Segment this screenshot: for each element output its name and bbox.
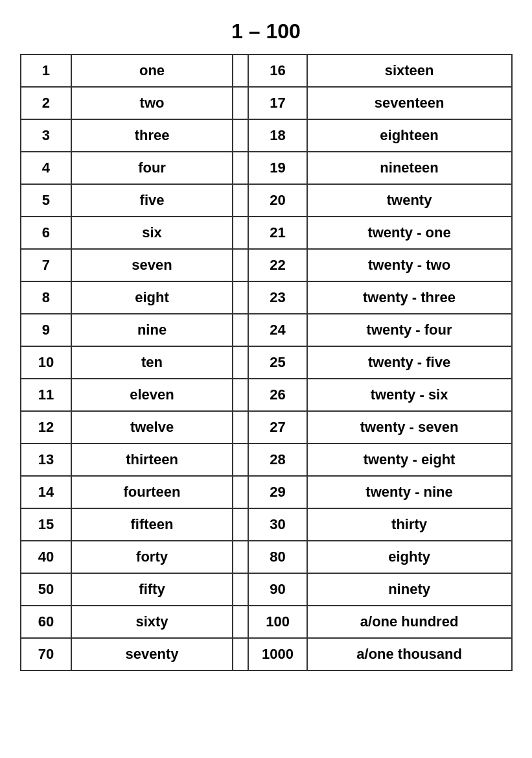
word-left: eleven — [71, 379, 232, 411]
word-left: fifteen — [71, 508, 232, 541]
divider — [233, 346, 249, 379]
number-right: 24 — [248, 314, 306, 346]
number-right: 20 — [248, 184, 306, 217]
number-left: 11 — [21, 379, 72, 411]
table-row: 7seven22twenty - two — [21, 249, 512, 281]
word-right: eighteen — [307, 119, 512, 152]
word-right: seventeen — [307, 87, 512, 119]
word-left: one — [71, 54, 232, 87]
table-row: 3three18eighteen — [21, 119, 512, 152]
word-right: eighty — [307, 541, 512, 573]
table-row: 40forty80eighty — [21, 541, 512, 573]
word-right: twenty - three — [307, 281, 512, 314]
number-right: 27 — [248, 411, 306, 444]
number-left: 15 — [21, 508, 72, 541]
number-left: 60 — [21, 606, 72, 638]
word-right: twenty - two — [307, 249, 512, 281]
table-row: 60sixty100a/one hundred — [21, 606, 512, 638]
divider — [233, 508, 249, 541]
word-right: a/one thousand — [307, 638, 512, 670]
word-right: twenty - five — [307, 346, 512, 379]
table-row: 10ten25twenty - five — [21, 346, 512, 379]
number-left: 5 — [21, 184, 72, 217]
number-left: 2 — [21, 87, 72, 119]
divider — [233, 541, 249, 573]
number-left: 1 — [21, 54, 72, 87]
word-left: fourteen — [71, 476, 232, 508]
number-left: 14 — [21, 476, 72, 508]
word-left: nine — [71, 314, 232, 346]
word-left: seven — [71, 249, 232, 281]
word-right: a/one hundred — [307, 606, 512, 638]
table-row: 9nine24twenty - four — [21, 314, 512, 346]
word-right: thirty — [307, 508, 512, 541]
divider — [233, 606, 249, 638]
number-right: 28 — [248, 444, 306, 476]
numbers-table: 1one16sixteen2two17seventeen3three18eigh… — [20, 54, 513, 671]
number-left: 70 — [21, 638, 72, 670]
table-row: 2two17seventeen — [21, 87, 512, 119]
word-left: thirteen — [71, 444, 232, 476]
divider — [233, 152, 249, 184]
word-right: twenty - eight — [307, 444, 512, 476]
divider — [233, 411, 249, 444]
number-left: 7 — [21, 249, 72, 281]
divider — [233, 476, 249, 508]
number-right: 17 — [248, 87, 306, 119]
word-left: forty — [71, 541, 232, 573]
word-right: nineteen — [307, 152, 512, 184]
word-left: two — [71, 87, 232, 119]
divider — [233, 54, 249, 87]
word-left: twelve — [71, 411, 232, 444]
number-right: 23 — [248, 281, 306, 314]
divider — [233, 249, 249, 281]
number-left: 10 — [21, 346, 72, 379]
word-left: five — [71, 184, 232, 217]
table-row: 50fifty90ninety — [21, 573, 512, 606]
word-right: twenty - four — [307, 314, 512, 346]
divider — [233, 217, 249, 249]
table-row: 14fourteen29twenty - nine — [21, 476, 512, 508]
number-left: 3 — [21, 119, 72, 152]
number-right: 22 — [248, 249, 306, 281]
number-right: 16 — [248, 54, 306, 87]
number-right: 100 — [248, 606, 306, 638]
word-right: twenty - seven — [307, 411, 512, 444]
table-row: 8eight23twenty - three — [21, 281, 512, 314]
table-row: 13thirteen28twenty - eight — [21, 444, 512, 476]
divider — [233, 638, 249, 670]
divider — [233, 184, 249, 217]
word-right: twenty - six — [307, 379, 512, 411]
number-right: 30 — [248, 508, 306, 541]
word-left: six — [71, 217, 232, 249]
word-left: eight — [71, 281, 232, 314]
number-left: 50 — [21, 573, 72, 606]
number-left: 6 — [21, 217, 72, 249]
word-right: twenty — [307, 184, 512, 217]
divider — [233, 119, 249, 152]
word-right: twenty - one — [307, 217, 512, 249]
table-row: 70seventy1000a/one thousand — [21, 638, 512, 670]
number-left: 40 — [21, 541, 72, 573]
number-right: 19 — [248, 152, 306, 184]
word-left: four — [71, 152, 232, 184]
number-right: 18 — [248, 119, 306, 152]
number-right: 90 — [248, 573, 306, 606]
word-left: ten — [71, 346, 232, 379]
table-row: 15fifteen30thirty — [21, 508, 512, 541]
number-right: 25 — [248, 346, 306, 379]
table-row: 4four19nineteen — [21, 152, 512, 184]
number-left: 12 — [21, 411, 72, 444]
word-right: ninety — [307, 573, 512, 606]
word-left: fifty — [71, 573, 232, 606]
number-left: 9 — [21, 314, 72, 346]
divider — [233, 444, 249, 476]
number-right: 21 — [248, 217, 306, 249]
divider — [233, 314, 249, 346]
number-left: 8 — [21, 281, 72, 314]
page-title: 1 – 100 — [231, 19, 301, 43]
word-right: sixteen — [307, 54, 512, 87]
number-right: 26 — [248, 379, 306, 411]
number-left: 13 — [21, 444, 72, 476]
divider — [233, 87, 249, 119]
